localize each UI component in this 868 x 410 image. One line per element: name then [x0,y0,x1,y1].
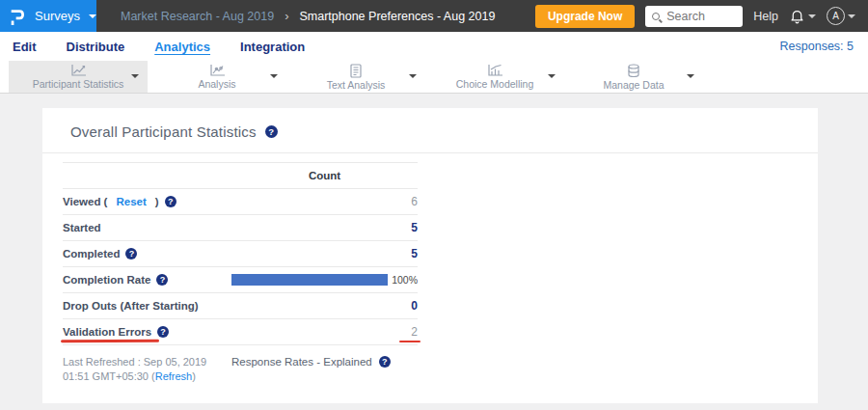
search-icon [652,13,660,20]
stats-table: Count Viewed (Reset) ? 6 Started 5 Compl… [63,162,418,345]
viewed-count: 6 [231,195,418,208]
nav-item-edit[interactable]: Edit [13,40,37,54]
row-label: Completion Rate [63,274,150,286]
search-box[interactable] [645,6,743,27]
nav-item-analytics[interactable]: Analytics [154,40,210,54]
chevron-down-icon[interactable] [409,74,417,78]
last-refreshed-suffix: ) [192,370,196,382]
row-label: Drop Outs (After Starting) [63,300,231,312]
topbar-actions: Upgrade Now Help A [535,5,868,28]
row-label-suffix: ) [155,196,159,207]
chevron-down-icon[interactable] [687,74,694,78]
analysis-chart-icon [209,64,226,77]
chevron-down-icon[interactable] [131,74,139,78]
refresh-link[interactable]: Refresh [155,370,193,382]
analytics-toolbar: Participant Statistics Analysis Text Ana… [0,61,868,94]
started-count: 5 [231,221,418,234]
help-link[interactable]: Help [753,10,778,23]
account-menu[interactable]: A [827,7,855,25]
row-label: Completed [63,248,120,260]
tool-label: Choice Modelling [456,78,534,90]
bar-chart-icon [487,64,503,77]
help-icon[interactable]: ? [156,274,168,286]
tab-analysis[interactable]: Analysis [148,61,286,93]
table-row-started: Started 5 [63,215,418,241]
bell-icon [789,8,805,24]
help-icon[interactable]: ? [157,326,169,338]
card-footer: Last Refreshed : Sep 05, 2019 01:51 GMT+… [63,355,818,385]
reset-link[interactable]: Reset [116,196,146,207]
tab-manage-data[interactable]: Manage Data [564,61,703,93]
page-title: Overall Participant Statistics [70,123,257,140]
count-column-header: Count [231,170,418,181]
table-row-validation-errors: Validation Errors ? 2 [63,319,418,345]
response-rates-label: Response Rates - Explained [231,356,372,368]
product-menu-label: Surveys [35,9,80,23]
tab-choice-modelling[interactable]: Choice Modelling [425,61,564,93]
last-refreshed: Last Refreshed : Sep 05, 2019 01:51 GMT+… [63,355,231,385]
search-input[interactable] [665,9,732,24]
table-row-drop-outs: Drop Outs (After Starting) 0 [63,293,418,319]
breadcrumb-parent-link[interactable]: Market Research - Aug 2019 [121,10,274,23]
tab-participant-statistics[interactable]: Participant Statistics [9,61,148,93]
help-icon[interactable]: ? [125,248,137,260]
row-label: Validation Errors [63,326,151,338]
drop-outs-count: 0 [231,299,418,313]
help-icon[interactable]: ? [379,356,391,368]
surveys-menu[interactable]: Surveys [0,0,96,32]
completion-rate-bar: 100% [231,274,418,286]
progress-bar [231,274,388,286]
row-label: Started [63,222,231,233]
nav-item-integration[interactable]: Integration [240,40,305,54]
chevron-down-icon [848,14,855,18]
chevron-down-icon [89,14,96,18]
breadcrumb: Market Research - Aug 2019 › Smartphone … [121,9,495,23]
upgrade-now-button[interactable]: Upgrade Now [535,5,635,28]
help-icon[interactable]: ? [265,125,278,138]
participant-statistics-card: Overall Participant Statistics ? Count V… [42,108,818,403]
survey-nav: Edit Distribute Analytics Integration Re… [0,32,868,61]
chevron-down-icon [808,14,816,18]
row-label: Viewed ( [63,196,107,207]
line-chart-icon [70,64,87,77]
avatar: A [827,7,845,25]
questionpro-logo-icon [9,5,26,28]
tool-label: Participant Statistics [33,78,124,90]
chevron-down-icon[interactable] [270,74,278,78]
tool-label: Manage Data [603,79,664,91]
table-row-viewed: Viewed (Reset) ? 6 [63,189,418,215]
tab-text-analysis[interactable]: Text Analysis [286,61,425,93]
tool-label: Text Analysis [327,79,386,91]
nav-item-distribute[interactable]: Distribute [67,40,125,54]
completed-count: 5 [231,247,418,260]
breadcrumb-current: Smartphone Preferences - Aug 2019 [299,10,495,23]
validation-errors-count: 2 [411,325,418,339]
chevron-down-icon[interactable] [548,74,556,78]
database-icon [627,64,640,78]
help-icon[interactable]: ? [165,196,176,207]
response-rates-explained: Response Rates - Explained ? [231,356,391,368]
document-icon [349,64,363,78]
table-header-row: Count [63,163,418,189]
table-row-completion-rate: Completion Rate ? 100% [63,267,418,293]
top-bar: Surveys Market Research - Aug 2019 › Sma… [0,0,868,32]
responses-count[interactable]: Responses: 5 [780,40,854,53]
notifications-menu[interactable] [789,8,816,24]
tool-label: Analysis [198,78,235,90]
table-row-completed: Completed ? 5 [63,241,418,267]
breadcrumb-separator: › [285,9,288,23]
divider [42,152,818,153]
completion-rate-value: 100% [392,274,418,286]
